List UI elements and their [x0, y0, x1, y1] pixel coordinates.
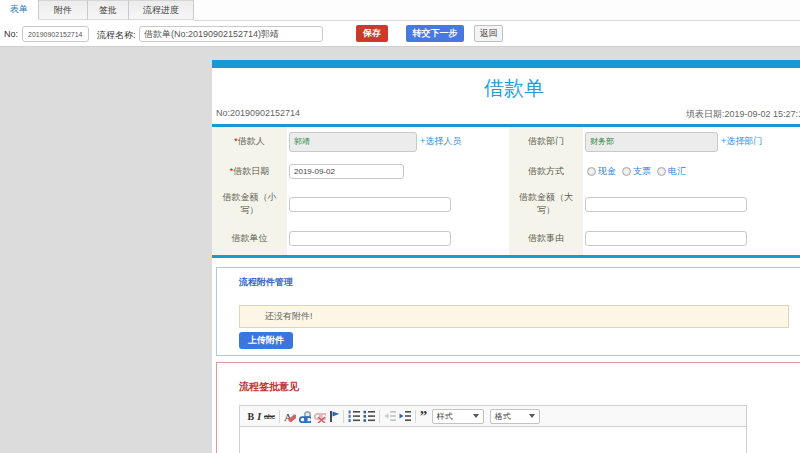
approval-opinion-title: 流程签批意见: [239, 380, 789, 394]
italic-icon[interactable]: I: [257, 411, 261, 422]
unlink-icon[interactable]: [314, 410, 326, 423]
unit-input-cell: [287, 222, 509, 255]
cash-radio[interactable]: [587, 167, 596, 176]
method-label-cell: 借款方式: [509, 156, 583, 186]
loan-method-radio-group: 现金 支票 电汇: [585, 165, 690, 178]
bulleted-list-icon[interactable]: [363, 410, 375, 422]
remove-format-icon[interactable]: A: [284, 410, 296, 422]
date-label-cell: *借款日期: [212, 156, 287, 186]
date-label: 借款日期: [233, 166, 269, 176]
no-label: No:: [4, 29, 18, 39]
borrower-input-cell: +选择人员: [287, 127, 509, 156]
method-input-cell: 现金 支票 电汇: [583, 156, 800, 186]
department-input-cell: +选择部门: [583, 127, 800, 156]
attachments-title: 流程附件管理: [239, 276, 789, 289]
anchor-flag-icon[interactable]: [329, 410, 339, 423]
strikethrough-icon[interactable]: abc: [264, 412, 275, 421]
no-attachments-notice: 还没有附件!: [239, 305, 789, 328]
toolbar-separator: [379, 410, 380, 423]
attachments-section: 流程附件管理 还没有附件! 上传附件: [216, 267, 800, 356]
amount-lower-label: 借款金额（小写）: [221, 191, 279, 217]
outdent-icon[interactable]: [384, 410, 396, 422]
method-label: 借款方式: [517, 165, 575, 178]
unit-label: 借款单位: [221, 232, 279, 245]
amount-upper-input[interactable]: [585, 197, 747, 212]
amount-lower-label-cell: 借款金额（小写）: [212, 186, 287, 222]
styles-dropdown[interactable]: 样式: [432, 409, 484, 424]
styles-dropdown-label: 样式: [437, 411, 453, 422]
format-dropdown-label: 格式: [495, 411, 511, 422]
action-toolbar: No: 流程名称: 保存 转交下一步 返回: [0, 21, 800, 47]
loan-form-grid: *借款人 +选择人员 借款部门 +选择部门 *借款日期 借款方式 现金: [212, 127, 800, 255]
upload-attachment-button[interactable]: 上传附件: [239, 332, 293, 349]
indent-icon[interactable]: [399, 410, 411, 422]
panel-top-accent-bar: [212, 60, 800, 68]
save-button[interactable]: 保存: [356, 25, 388, 42]
amount-lower-input-cell: [287, 186, 509, 222]
rich-text-editor: B I abc A: [239, 405, 747, 453]
borrower-label: 借款人: [238, 136, 265, 146]
wire-radio-label[interactable]: 电汇: [668, 165, 686, 178]
date-input-cell: [287, 156, 509, 186]
wire-radio[interactable]: [657, 167, 666, 176]
department-label: 借款部门: [517, 135, 575, 148]
chevron-down-icon: [529, 414, 535, 418]
cheque-radio[interactable]: [622, 167, 631, 176]
department-input[interactable]: [585, 132, 718, 152]
tab-attachments[interactable]: 附件: [39, 0, 88, 20]
amount-lower-input[interactable]: [289, 197, 451, 212]
blockquote-icon[interactable]: ”: [420, 412, 428, 420]
amount-upper-label: 借款金额（大写）: [517, 191, 575, 217]
editor-toolbar: B I abc A: [240, 406, 746, 427]
form-meta-row: No:20190902152714 填表日期:2019-09-02 15:27:…: [212, 108, 800, 120]
chevron-down-icon: [473, 414, 479, 418]
form-no-text: No:20190902152714: [216, 108, 300, 118]
no-input[interactable]: [22, 26, 89, 42]
select-department-link[interactable]: +选择部门: [721, 135, 762, 148]
reason-label: 借款事由: [517, 232, 575, 245]
editor-content-area[interactable]: [240, 427, 746, 453]
select-person-link[interactable]: +选择人员: [420, 135, 461, 148]
forward-next-step-button[interactable]: 转交下一步: [406, 25, 464, 42]
bold-icon[interactable]: B: [248, 411, 255, 422]
department-label-cell: 借款部门: [509, 127, 583, 156]
tab-form[interactable]: 表单: [0, 0, 39, 20]
cheque-radio-label[interactable]: 支票: [633, 165, 651, 178]
flow-name-input[interactable]: [139, 26, 323, 42]
amount-upper-label-cell: 借款金额（大写）: [509, 186, 583, 222]
back-button[interactable]: 返回: [474, 25, 503, 42]
reason-label-cell: 借款事由: [509, 222, 583, 255]
approval-opinion-section: 流程签批意见 B I abc A: [216, 362, 800, 453]
amount-upper-input-cell: [583, 186, 800, 222]
tab-bar-filler: [194, 0, 800, 21]
loan-date-input[interactable]: [289, 164, 404, 179]
tab-approval[interactable]: 签批: [88, 0, 129, 20]
form-date-text: 填表日期:2019-09-02 15:27:14: [686, 108, 800, 121]
borrower-label-cell: *借款人: [212, 127, 287, 156]
format-dropdown[interactable]: 格式: [490, 409, 540, 424]
toolbar-separator: [343, 410, 344, 423]
reason-input-cell: [583, 222, 800, 255]
flow-name-label: 流程名称:: [97, 29, 136, 42]
tab-bar: 表单 附件 签批 流程进度: [0, 0, 800, 21]
borrower-input[interactable]: [289, 132, 417, 152]
form-title: 借款单: [212, 76, 800, 100]
loan-reason-input[interactable]: [585, 231, 747, 246]
toolbar-separator: [279, 410, 280, 423]
toolbar-separator: [415, 410, 416, 423]
cash-radio-label[interactable]: 现金: [598, 165, 616, 178]
numbered-list-icon[interactable]: [348, 410, 360, 422]
tab-progress[interactable]: 流程进度: [129, 0, 194, 20]
loan-unit-input[interactable]: [289, 231, 451, 246]
unit-label-cell: 借款单位: [212, 222, 287, 255]
form-panel: 借款单 No:20190902152714 填表日期:2019-09-02 15…: [212, 60, 800, 453]
link-icon[interactable]: [299, 410, 311, 423]
